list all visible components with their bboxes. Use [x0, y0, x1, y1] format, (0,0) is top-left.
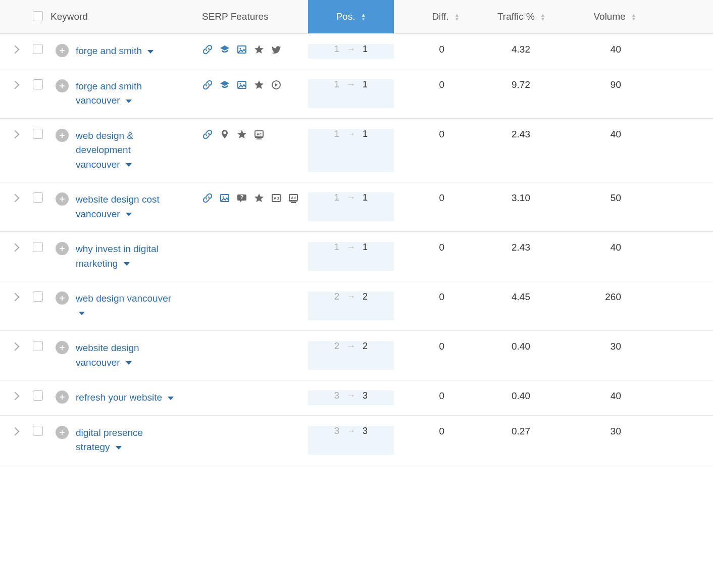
row-checkbox[interactable] [33, 426, 43, 436]
keyword-caret-icon[interactable] [168, 394, 174, 403]
keyword-caret-icon[interactable] [116, 443, 122, 452]
arrow-right-icon: → [346, 44, 355, 55]
expand-chevron-icon[interactable] [11, 194, 20, 203]
arrow-right-icon: → [346, 291, 355, 302]
row-checkbox[interactable] [33, 291, 43, 302]
keyword-link[interactable]: digital presence strategy [76, 426, 177, 455]
expand-chevron-icon[interactable] [11, 293, 20, 302]
row-checkbox[interactable] [33, 192, 43, 203]
keyword-caret-icon[interactable] [126, 358, 132, 367]
header-serp[interactable]: SERP Features [202, 0, 308, 33]
add-keyword-button[interactable]: + [56, 341, 69, 354]
row-checkbox[interactable] [33, 44, 43, 54]
expand-chevron-icon[interactable] [11, 243, 20, 252]
reviews-icon[interactable] [253, 44, 265, 55]
add-keyword-button[interactable]: + [56, 426, 69, 439]
expand-chevron-icon[interactable] [11, 80, 20, 89]
keyword-link[interactable]: website design vancouver [76, 341, 177, 370]
position-to: 1 [363, 192, 368, 203]
position-from: 1 [334, 129, 339, 139]
volume-value: 40 [610, 390, 621, 401]
serp-features [202, 192, 308, 204]
sitelinks-icon[interactable] [202, 44, 213, 55]
sitelinks-icon[interactable] [202, 79, 213, 90]
image-pack-icon[interactable] [236, 44, 247, 55]
row-checkbox[interactable] [33, 242, 43, 252]
keyword-link[interactable]: forge and smith vancouver [76, 79, 177, 108]
expand-chevron-icon[interactable] [11, 392, 20, 401]
select-all-checkbox[interactable] [33, 11, 43, 21]
table-row: + web design & development vancouver 1 →… [0, 119, 713, 183]
serp-features [202, 79, 308, 90]
position-cell: 1 → 1 [308, 44, 394, 55]
keyword-link[interactable]: web design & development vancouver [76, 129, 177, 172]
keyword-text: digital presence strategy [76, 427, 143, 453]
keyword-link[interactable]: refresh your website [76, 390, 174, 405]
keyword-link[interactable]: web design vancouver [76, 291, 177, 320]
keyword-caret-icon[interactable] [79, 309, 85, 318]
diff-value: 0 [439, 242, 444, 253]
keyword-text: website design cost vancouver [76, 194, 160, 219]
ads-bottom-icon[interactable] [288, 192, 299, 204]
diff-value: 0 [439, 341, 444, 352]
keyword-link[interactable]: why invest in digital marketing [76, 242, 177, 271]
keyword-caret-icon[interactable] [126, 96, 132, 106]
add-keyword-button[interactable]: + [56, 192, 69, 206]
table-row: + website design cost vancouver 1 → 1 0 … [0, 182, 713, 232]
local-pack-icon[interactable] [219, 129, 230, 140]
row-checkbox[interactable] [33, 129, 43, 139]
add-keyword-button[interactable]: + [56, 79, 69, 92]
table-header: Keyword SERP Features Pos. ▲▼ Diff. ▲▼ T… [0, 0, 713, 34]
expand-chevron-icon[interactable] [11, 427, 20, 435]
traffic-value: 9.72 [512, 79, 530, 90]
knowledge-panel-icon[interactable] [219, 44, 230, 55]
position-to: 3 [363, 390, 368, 401]
arrow-right-icon: → [346, 129, 355, 139]
keyword-caret-icon[interactable] [126, 160, 132, 169]
header-volume[interactable]: Volume ▲▼ [545, 0, 636, 33]
reviews-icon[interactable] [253, 79, 265, 90]
faq-icon[interactable] [236, 192, 247, 204]
header-diff[interactable]: Diff. ▲▼ [394, 0, 460, 33]
row-checkbox[interactable] [33, 341, 43, 351]
header-keyword[interactable]: Keyword [50, 0, 202, 33]
sitelinks-icon[interactable] [202, 192, 213, 204]
video-icon[interactable] [271, 79, 282, 90]
keyword-caret-icon[interactable] [147, 47, 154, 56]
position-from: 1 [334, 44, 339, 55]
keyword-link[interactable]: website design cost vancouver [76, 192, 177, 221]
reviews-icon[interactable] [253, 192, 265, 204]
expand-chevron-icon[interactable] [11, 342, 20, 351]
keyword-link[interactable]: forge and smith [76, 44, 154, 59]
add-keyword-button[interactable]: + [56, 129, 69, 142]
add-keyword-button[interactable]: + [56, 242, 69, 255]
keyword-caret-icon[interactable] [126, 210, 132, 219]
sitelinks-icon[interactable] [202, 129, 213, 140]
table-row: + web design vancouver 2 → 2 0 4.45 260 [0, 281, 713, 331]
row-checkbox[interactable] [33, 390, 43, 401]
knowledge-panel-icon[interactable] [219, 79, 230, 90]
keyword-caret-icon[interactable] [124, 259, 130, 268]
ads-bottom-icon[interactable] [253, 129, 265, 140]
position-to: 2 [363, 341, 368, 352]
table-row: + refresh your website 3 → 3 0 0.40 40 [0, 380, 713, 416]
reviews-icon[interactable] [236, 129, 247, 140]
add-keyword-button[interactable]: + [56, 390, 69, 404]
diff-value: 0 [439, 390, 444, 401]
image-pack-icon[interactable] [236, 79, 247, 90]
header-traffic[interactable]: Traffic % ▲▼ [460, 0, 545, 33]
add-keyword-button[interactable]: + [56, 291, 69, 305]
traffic-value: 0.27 [512, 426, 530, 436]
expand-chevron-icon[interactable] [11, 45, 20, 54]
add-keyword-button[interactable]: + [56, 44, 69, 57]
volume-value: 90 [610, 79, 621, 90]
volume-value: 50 [610, 192, 621, 203]
ads-top-icon[interactable] [271, 192, 282, 204]
traffic-value: 0.40 [512, 390, 530, 401]
volume-value: 40 [610, 44, 621, 55]
header-pos[interactable]: Pos. ▲▼ [308, 0, 394, 33]
twitter-icon[interactable] [271, 44, 282, 55]
image-pack-icon[interactable] [219, 192, 230, 204]
expand-chevron-icon[interactable] [11, 130, 20, 138]
row-checkbox[interactable] [33, 79, 43, 89]
